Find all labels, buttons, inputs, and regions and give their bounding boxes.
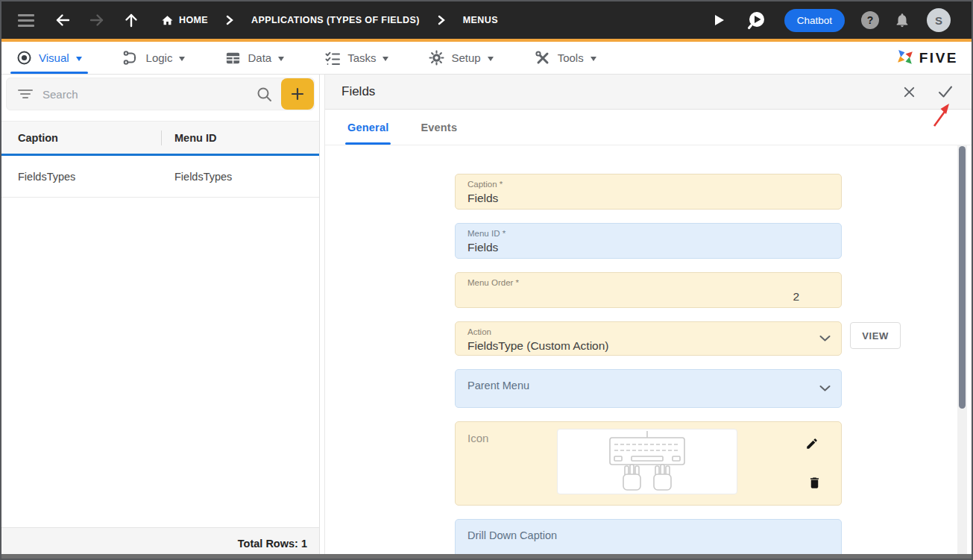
toolbar-menu-label: Visual [39,51,69,64]
five-logo-icon [895,48,916,68]
caret-down-icon [278,57,284,61]
main-content: Caption Menu ID FieldsTypes FieldsTypes … [1,75,972,559]
search-bar [6,78,315,110]
add-menu-button[interactable] [281,78,314,110]
keyboard-icon [602,430,693,493]
chevron-down-icon[interactable] [819,386,831,392]
row-menu-id-cell: FieldsTypes [161,171,232,183]
field-label: Parent Menu [467,375,829,391]
toolbar-menu-label: Tasks [347,51,376,64]
tools-icon [534,49,551,66]
menu-icon[interactable] [18,14,34,27]
field-label: Menu ID * [467,229,829,238]
field-value: 2 [467,290,829,303]
list-item-fieldstypes[interactable]: FieldsTypes FieldsTypes [1,156,319,198]
plus-icon [290,86,305,101]
menu-id-field[interactable]: Menu ID * Fields [455,223,842,259]
caret-down-icon [488,57,494,61]
toolbar-menu-setup[interactable]: Setup [429,42,493,74]
up-arrow-icon[interactable] [122,11,140,29]
list-empty-area [1,198,319,527]
action-field[interactable]: Action FieldsType (Custom Action) VIEW [455,321,842,356]
panel-title: Fields [341,84,902,99]
avatar[interactable]: S [927,8,951,32]
column-header-menu-id[interactable]: Menu ID [162,132,216,144]
form-fields: Caption * Fields Menu ID * Fields Menu O… [455,174,842,558]
breadcrumb-label: APPLICATIONS (TYPES OF FIELDS) [251,15,420,25]
toolbar-menu-logic[interactable]: Logic [122,42,186,74]
column-header-caption[interactable]: Caption [1,132,161,144]
breadcrumb-menus[interactable]: MENUS [463,15,498,25]
view-action-button[interactable]: VIEW [850,322,901,349]
chevron-right-icon [438,15,445,25]
toolbar-menu-tools[interactable]: Tools [534,42,596,74]
menu-order-field[interactable]: Menu Order * 2 [455,272,842,308]
close-icon[interactable] [902,85,916,99]
toolbar-menu-label: Setup [451,51,480,64]
toolbar-menu-visual[interactable]: Visual [16,42,82,74]
caret-down-icon [179,57,185,61]
pencil-icon[interactable] [805,437,819,450]
main-toolbar: Visual Logic Data Tasks [1,42,972,75]
toolbar-menu-tasks[interactable]: Tasks [324,42,388,74]
caret-down-icon [591,57,596,61]
check-icon[interactable] [937,84,954,100]
vertical-scrollbar-track[interactable] [957,145,967,559]
chevron-down-icon[interactable] [819,336,831,342]
logic-icon [122,49,139,66]
form-scroll-area: Caption * Fields Menu ID * Fields Menu O… [325,145,972,559]
breadcrumb-label: MENUS [463,15,498,25]
toolbar-menu-label: Logic [146,51,173,64]
toolbar-menu-label: Data [248,51,271,64]
vertical-scrollbar-thumb[interactable] [959,146,966,409]
search-input[interactable] [42,88,251,101]
tab-general[interactable]: General [345,110,391,145]
parent-menu-field[interactable]: Parent Menu [455,369,842,408]
breadcrumb-applications[interactable]: APPLICATIONS (TYPES OF FIELDS) [251,15,420,25]
caret-down-icon [382,57,388,61]
forward-arrow-icon[interactable] [88,11,106,29]
tasks-icon [324,50,341,66]
icon-preview-box [557,429,737,494]
five-logo: FIVE [895,42,958,74]
tab-events[interactable]: Events [418,110,459,145]
visual-icon [16,50,32,66]
field-label: Action [467,327,829,336]
top-navigation-bar: HOME APPLICATIONS (TYPES OF FIELDS) MENU… [1,1,972,39]
form-tabs: General Events [325,110,972,145]
topbar-actions: Chatbot ? S [711,8,951,32]
field-label: Drill Down Caption [467,525,829,541]
field-value: Fields [467,241,829,254]
menus-list-panel: Caption Menu ID FieldsTypes FieldsTypes … [1,75,320,559]
breadcrumb-label: HOME [179,15,208,25]
help-icon[interactable]: ? [861,11,879,29]
icon-field[interactable]: Icon [455,421,842,506]
field-value: Fields [467,192,829,205]
list-column-headers: Caption Menu ID [1,121,319,156]
breadcrumb-home[interactable]: HOME [161,14,208,27]
chevron-right-icon [226,15,233,25]
horizontal-scrollbar-thumb[interactable] [1,554,972,559]
trash-icon[interactable] [807,476,822,490]
field-label: Caption * [467,180,829,189]
magnifier-icon[interactable] [256,86,272,102]
record-edit-panel: Fields General Events Caption * F [324,75,972,559]
data-icon [225,50,241,66]
home-icon [161,14,174,27]
bell-icon[interactable] [894,12,910,28]
field-label: Menu Order * [467,278,829,287]
caption-field[interactable]: Caption * Fields [455,174,842,210]
chatbot-button[interactable]: Chatbot [784,9,845,32]
filter-icon[interactable] [17,87,34,101]
avatar-initial: S [935,14,942,27]
total-rows-label: Total Rows: 1 [238,538,307,550]
field-value: FieldsType (Custom Action) [467,339,829,353]
run-preview-icon[interactable] [746,10,766,31]
toolbar-menu-data[interactable]: Data [225,42,284,74]
panel-header: Fields [325,75,972,110]
back-arrow-icon[interactable] [54,11,72,29]
drill-down-caption-field[interactable]: Drill Down Caption [455,519,842,558]
play-icon[interactable] [711,12,727,28]
brand-text: FIVE [919,50,958,66]
toolbar-menu-label: Tools [558,51,584,64]
